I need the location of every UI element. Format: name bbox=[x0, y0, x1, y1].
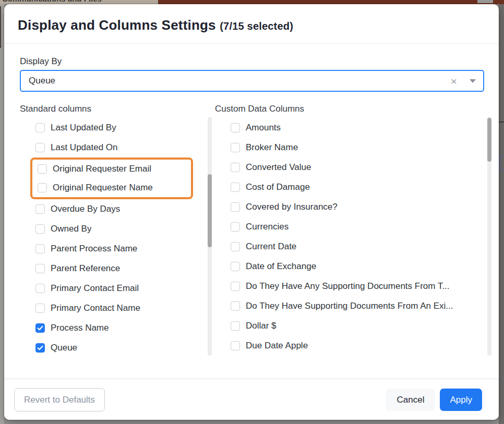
highlight-box: Original Requester EmailOriginal Request… bbox=[30, 158, 193, 199]
column-option[interactable]: Converted Value bbox=[215, 158, 493, 177]
column-option-label: Primary Contact Name bbox=[51, 303, 140, 313]
column-option-label: Last Updated By bbox=[51, 123, 116, 133]
column-option-label: Parent Reference bbox=[51, 263, 120, 274]
column-option-label: Original Requester Name bbox=[53, 183, 153, 193]
checkbox-unchecked[interactable] bbox=[231, 222, 240, 232]
background-divider-line bbox=[499, 122, 504, 123]
column-option-label: Parent Process Name bbox=[51, 244, 137, 254]
modal-footer: Revert to Defaults Cancel Apply bbox=[4, 379, 499, 420]
checkbox-unchecked[interactable] bbox=[231, 123, 240, 132]
checkbox-unchecked[interactable] bbox=[231, 183, 240, 192]
column-option-label: Last Updated On bbox=[51, 142, 118, 153]
column-option[interactable]: Amounts bbox=[215, 118, 493, 138]
column-option[interactable]: Covered by Insurance? bbox=[215, 197, 493, 217]
custom-columns-section: Custom Data Columns AmountsBroker NameCo… bbox=[215, 103, 493, 357]
custom-columns-list: AmountsBroker NameConverted ValueCost of… bbox=[215, 118, 493, 357]
cancel-button[interactable]: Cancel bbox=[386, 389, 436, 411]
checkbox-checked[interactable] bbox=[35, 343, 45, 353]
checkbox-unchecked[interactable] bbox=[38, 183, 47, 192]
column-option-label: Converted Value bbox=[246, 162, 311, 173]
column-option[interactable]: Cost of Damage bbox=[215, 177, 493, 197]
revert-to-defaults-button[interactable]: Revert to Defaults bbox=[14, 388, 105, 411]
checkbox-unchecked[interactable] bbox=[35, 224, 45, 234]
column-option[interactable]: Do They Have Any Supporting Documents Fr… bbox=[215, 276, 493, 296]
display-by-label: Display By bbox=[20, 56, 484, 67]
modal-body: Display By Queue × Standard columns Last… bbox=[4, 44, 499, 357]
standard-scrollbar-track[interactable] bbox=[208, 117, 212, 356]
columns-area: Standard columns Last Updated ByLast Upd… bbox=[4, 103, 499, 357]
checkbox-unchecked[interactable] bbox=[231, 143, 240, 152]
checkbox-unchecked[interactable] bbox=[35, 304, 45, 313]
column-option-label: Amounts bbox=[246, 123, 281, 133]
checkbox-unchecked[interactable] bbox=[231, 301, 240, 311]
selected-count: (7/15 selected) bbox=[220, 20, 293, 32]
display-by-selected-value: Queue bbox=[29, 76, 449, 86]
column-option[interactable]: Dollar $ bbox=[215, 316, 493, 336]
checkmark-icon bbox=[37, 345, 43, 350]
column-option[interactable]: Do They Have Supporting Documents From A… bbox=[215, 296, 493, 316]
column-option[interactable]: Process Name bbox=[20, 318, 215, 338]
column-option[interactable]: Original Requester Email bbox=[32, 160, 191, 178]
custom-scrollbar-thumb[interactable] bbox=[487, 118, 491, 162]
column-option-label: Process Name bbox=[51, 323, 109, 333]
checkbox-unchecked[interactable] bbox=[38, 164, 47, 174]
checkbox-unchecked[interactable] bbox=[231, 321, 240, 331]
column-option[interactable]: Primary Contact Name bbox=[20, 298, 215, 318]
custom-scrollbar-track[interactable] bbox=[487, 117, 491, 356]
checkbox-unchecked[interactable] bbox=[35, 123, 45, 132]
column-option[interactable]: Broker Name bbox=[215, 138, 493, 158]
column-option-label: Overdue By Days bbox=[51, 204, 120, 214]
column-option-label: Do They Have Supporting Documents From A… bbox=[246, 301, 453, 311]
checkbox-unchecked[interactable] bbox=[35, 244, 45, 253]
apply-button[interactable]: Apply bbox=[440, 389, 482, 411]
column-option[interactable]: Owned By bbox=[20, 219, 215, 239]
display-by-select[interactable]: Queue × bbox=[20, 70, 484, 92]
column-option[interactable]: Parent Process Name bbox=[20, 239, 215, 259]
checkbox-unchecked[interactable] bbox=[35, 204, 45, 214]
background-fragment bbox=[477, 0, 493, 3]
checkbox-checked[interactable] bbox=[35, 323, 45, 333]
column-option[interactable]: Currencies bbox=[215, 217, 493, 237]
modal-header: Display and Columns Settings (7/15 selec… bbox=[4, 4, 499, 44]
checkbox-unchecked[interactable] bbox=[231, 282, 240, 291]
column-option-label: Cost of Damage bbox=[246, 182, 310, 192]
chevron-down-icon[interactable] bbox=[470, 79, 476, 83]
column-option[interactable]: Last Updated On bbox=[20, 138, 215, 158]
column-option[interactable]: Current Date bbox=[215, 237, 493, 257]
footer-actions: Cancel Apply bbox=[386, 389, 482, 411]
column-option-label: Current Date bbox=[246, 241, 296, 252]
column-option-label: Broker Name bbox=[246, 142, 298, 153]
checkmark-icon bbox=[37, 325, 43, 331]
column-option-label: Do They Have Any Supporting Documents Fr… bbox=[246, 281, 450, 292]
column-option-label: Original Requester Email bbox=[53, 164, 151, 174]
column-option-label: Date of Exchange bbox=[246, 261, 316, 272]
standard-scrollbar-thumb[interactable] bbox=[208, 174, 212, 247]
column-option[interactable]: Primary Contact Email bbox=[20, 278, 215, 298]
background-bottom-strip bbox=[4, 420, 499, 424]
background-right-strip bbox=[499, 4, 504, 424]
standard-columns-heading: Standard columns bbox=[20, 103, 215, 115]
checkbox-unchecked[interactable] bbox=[231, 262, 240, 271]
checkbox-unchecked[interactable] bbox=[35, 143, 45, 152]
checkbox-unchecked[interactable] bbox=[231, 242, 240, 251]
column-option-label: Due Date Apple bbox=[246, 341, 308, 351]
column-option[interactable]: Queue bbox=[20, 338, 215, 357]
standard-columns-section: Standard columns Last Updated ByLast Upd… bbox=[20, 103, 215, 357]
checkbox-unchecked[interactable] bbox=[35, 284, 45, 293]
column-option[interactable]: Overdue By Days bbox=[20, 199, 215, 219]
column-option[interactable]: Original Requester Name bbox=[32, 178, 191, 197]
column-option-label: Dollar $ bbox=[246, 321, 277, 331]
modal-title: Display and Columns Settings (7/15 selec… bbox=[18, 17, 485, 33]
checkbox-unchecked[interactable] bbox=[35, 264, 45, 273]
background-focus-fragment bbox=[499, 156, 504, 170]
checkbox-unchecked[interactable] bbox=[231, 163, 240, 172]
column-option[interactable]: Last Updated By bbox=[20, 118, 215, 138]
column-option-label: Currencies bbox=[246, 222, 289, 232]
checkbox-unchecked[interactable] bbox=[231, 341, 240, 350]
column-option-label: Owned By bbox=[51, 224, 91, 234]
clear-icon[interactable]: × bbox=[449, 76, 459, 87]
column-option[interactable]: Due Date Apple bbox=[215, 336, 493, 356]
column-option[interactable]: Date of Exchange bbox=[215, 257, 493, 276]
column-option[interactable]: Parent Reference bbox=[20, 259, 215, 278]
checkbox-unchecked[interactable] bbox=[231, 202, 240, 212]
